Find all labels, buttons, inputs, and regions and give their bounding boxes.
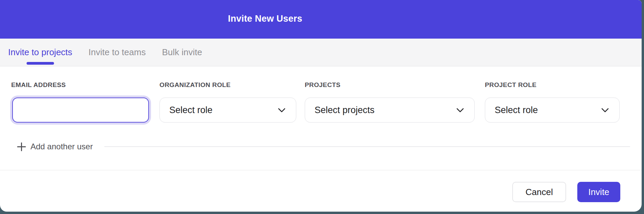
dialog-header: Invite New Users	[0, 0, 642, 39]
tab-invite-to-teams[interactable]: Invite to teams	[88, 39, 146, 66]
projects-select-value: Select projects	[315, 105, 374, 115]
project-role-select[interactable]: Select role	[485, 98, 620, 123]
email-address-field-group: EMAIL ADDRESS	[11, 81, 151, 123]
project-role-field-group: PROJECT ROLE Select role	[485, 81, 620, 123]
email-address-label: EMAIL ADDRESS	[11, 81, 151, 89]
plus-icon	[17, 142, 26, 151]
add-another-user-button[interactable]: Add another user	[17, 142, 93, 151]
cancel-button[interactable]: Cancel	[512, 182, 566, 202]
add-another-user-label: Add another user	[30, 142, 93, 151]
organization-role-select-value: Select role	[169, 105, 213, 115]
chevron-down-icon	[601, 108, 609, 113]
tab-invite-to-projects[interactable]: Invite to projects	[8, 39, 72, 66]
tab-label: Invite to teams	[88, 47, 146, 58]
organization-role-field-group: ORGANIZATION ROLE Select role	[159, 81, 296, 123]
chevron-down-icon	[456, 108, 464, 113]
project-role-label: PROJECT ROLE	[485, 81, 620, 89]
tab-bar: Invite to projects Invite to teams Bulk …	[0, 39, 642, 66]
projects-label: PROJECTS	[305, 81, 475, 89]
footer-divider	[0, 170, 642, 170]
invite-users-dialog: Invite New Users Invite to projects Invi…	[0, 0, 642, 212]
organization-role-select[interactable]: Select role	[159, 98, 296, 123]
dialog-title: Invite New Users	[228, 14, 302, 24]
project-role-select-value: Select role	[495, 105, 538, 115]
projects-select[interactable]: Select projects	[305, 98, 475, 123]
email-input[interactable]	[12, 98, 149, 123]
active-tab-underline	[26, 62, 54, 65]
tab-label: Invite to projects	[8, 47, 72, 58]
backdrop: Invite New Users Invite to projects Invi…	[0, 0, 644, 214]
chevron-down-icon	[278, 108, 286, 113]
organization-role-label: ORGANIZATION ROLE	[159, 81, 296, 89]
row-divider	[104, 146, 630, 147]
invite-button[interactable]: Invite	[577, 182, 620, 202]
projects-field-group: PROJECTS Select projects	[305, 81, 475, 123]
tab-bulk-invite[interactable]: Bulk invite	[162, 39, 202, 66]
tab-label: Bulk invite	[162, 47, 202, 58]
add-user-row: Add another user	[17, 140, 630, 153]
